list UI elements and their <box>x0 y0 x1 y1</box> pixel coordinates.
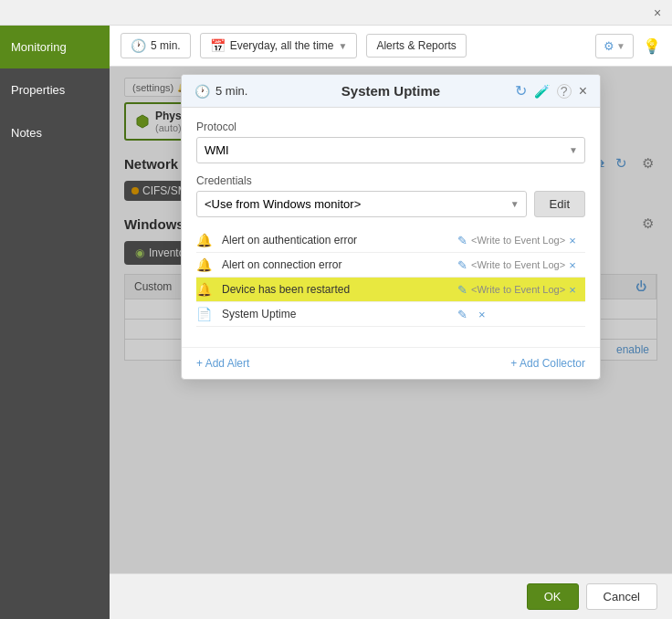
ok-button[interactable]: OK <box>527 583 579 610</box>
protocol-group: Protocol WMI ▼ <box>196 121 585 163</box>
doc-icon-uptime: 📄 <box>196 307 218 321</box>
calendar-icon: 📅 <box>210 38 226 53</box>
sidebar-item-monitoring[interactable]: Monitoring <box>0 26 110 68</box>
protocol-select[interactable]: WMI <box>196 137 585 163</box>
add-alert-link[interactable]: + Add Alert <box>196 357 249 370</box>
alert-action-conn: ✎ <Write to Event Log> × <box>457 258 585 272</box>
content-area: 🕐 5 min. 📅 Everyday, all the time ▼ Aler… <box>110 26 672 619</box>
protocol-label: Protocol <box>196 121 585 133</box>
credentials-select-wrapper: <Use from Windows monitor> ▼ <box>196 191 527 217</box>
delete-icon-conn[interactable]: × <box>569 258 576 272</box>
credentials-group: Credentials <Use from Windows monitor> ▼… <box>196 174 585 217</box>
modal-header-left: 🕐 5 min. <box>194 84 268 99</box>
modal-help-icon[interactable]: ? <box>557 84 572 99</box>
modal-footer: + Add Alert + Add Collector <box>182 347 600 379</box>
system-uptime-modal: 🕐 5 min. System Uptime ↻ 🧪 ? × <box>181 74 601 380</box>
close-icon[interactable]: × <box>650 5 665 20</box>
top-toolbar: 🕐 5 min. 📅 Everyday, all the time ▼ Aler… <box>110 26 672 67</box>
alert-row-restarted: 🔔 Device has been restarted ✎ <Write to … <box>196 278 585 302</box>
credentials-select[interactable]: <Use from Windows monitor> <box>196 191 527 217</box>
bottom-buttons: OK Cancel <box>110 573 672 619</box>
title-bar: × <box>0 0 672 26</box>
modal-body: Protocol WMI ▼ Credentials <box>182 108 600 347</box>
alert-action-uptime: ✎ × <box>457 308 585 321</box>
delete-icon-uptime[interactable]: × <box>478 308 486 321</box>
lightbulb-icon[interactable]: 💡 <box>643 37 661 55</box>
cog-icon: ⚙ <box>604 39 614 53</box>
delete-icon-auth[interactable]: × <box>569 234 576 247</box>
alert-row-conn-error: 🔔 Alert on connection error ✎ <Write to … <box>196 253 585 278</box>
modal-refresh-icon[interactable]: ↻ <box>515 82 527 100</box>
edit-icon-conn[interactable]: ✎ <box>457 258 467 272</box>
bell-icon-conn: 🔔 <box>196 257 218 272</box>
clock-icon: 🕐 <box>131 38 146 53</box>
sidebar: Monitoring Properties Notes <box>0 26 110 619</box>
alert-row-auth-error: 🔔 Alert on authentication error ✎ <Write… <box>196 228 585 253</box>
alert-row-uptime: 📄 System Uptime ✎ × <box>196 302 585 327</box>
sidebar-item-notes[interactable]: Notes <box>0 111 110 154</box>
bell-icon-auth: 🔔 <box>196 233 218 247</box>
sidebar-item-properties[interactable]: Properties <box>0 68 110 111</box>
caret-down-icon: ▼ <box>339 41 348 51</box>
app-window: × Monitoring Properties Notes 🕐 5 min. <box>0 0 672 619</box>
scroll-content: (settings) 🔔 0 ⬜ 0 (auto) 🔔 2 ⬜ 0 <box>110 67 672 573</box>
alert-action-restart: ✎ <Write to Event Log> × <box>457 283 585 297</box>
schedule-button[interactable]: 📅 Everyday, all the time ▼ <box>200 33 358 58</box>
bell-icon-restart: 🔔 <box>196 282 218 297</box>
credentials-label: Credentials <box>196 174 585 187</box>
delete-icon-restart[interactable]: × <box>569 283 576 297</box>
edit-icon-restart[interactable]: ✎ <box>457 283 467 297</box>
alerts-table: 🔔 Alert on authentication error ✎ <Write… <box>196 228 585 327</box>
caret-icon: ▼ <box>616 41 625 51</box>
modal-close-icon[interactable]: × <box>579 83 587 100</box>
modal-flask-icon[interactable]: 🧪 <box>534 84 550 99</box>
modal-overlay: 🕐 5 min. System Uptime ↻ 🧪 ? × <box>110 67 672 573</box>
alert-action-auth: ✎ <Write to Event Log> × <box>457 234 585 247</box>
protocol-select-wrapper: WMI ▼ <box>196 137 585 163</box>
cancel-button[interactable]: Cancel <box>586 583 657 610</box>
add-collector-link[interactable]: + Add Collector <box>510 357 585 370</box>
modal-clock-icon: 🕐 <box>194 84 210 99</box>
credentials-row: <Use from Windows monitor> ▼ Edit <box>196 191 585 217</box>
modal-header-right: ↻ 🧪 ? × <box>514 82 587 100</box>
advanced-settings-button[interactable]: ⚙ ▼ <box>595 34 634 58</box>
main-layout: Monitoring Properties Notes 🕐 5 min. 📅 E… <box>0 26 672 619</box>
edit-icon-uptime[interactable]: ✎ <box>457 308 467 321</box>
interval-button[interactable]: 🕐 5 min. <box>121 33 191 58</box>
alerts-reports-button[interactable]: Alerts & Reports <box>366 34 466 58</box>
edit-icon-auth[interactable]: ✎ <box>457 234 467 247</box>
modal-title: System Uptime <box>268 83 514 99</box>
modal-header: 🕐 5 min. System Uptime ↻ 🧪 ? × <box>182 75 600 108</box>
edit-button[interactable]: Edit <box>534 191 585 217</box>
